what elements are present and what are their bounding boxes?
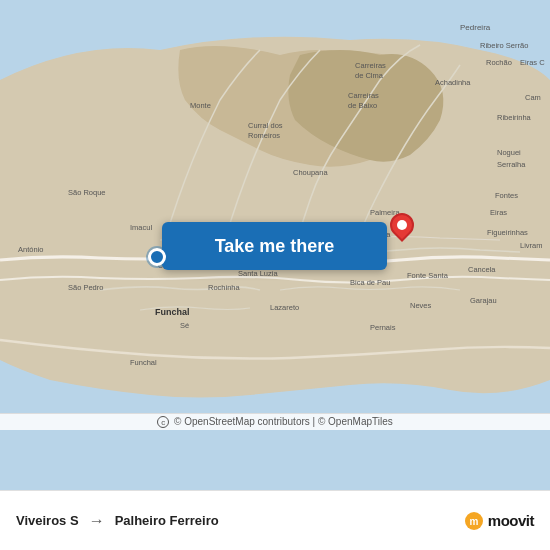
- svg-text:Romeiros: Romeiros: [248, 131, 280, 140]
- moovit-logo: m moovit: [464, 511, 534, 531]
- svg-text:m: m: [469, 516, 478, 527]
- svg-text:de Clma: de Clma: [355, 71, 384, 80]
- svg-text:Bica de Pau: Bica de Pau: [350, 278, 390, 287]
- app-container: Pedreira Ribeiro Serrão Rochão Eiras C C…: [0, 0, 550, 550]
- svg-text:Figueirinhas: Figueirinhas: [487, 228, 528, 237]
- moovit-logo-icon: m: [464, 511, 484, 531]
- svg-text:Funchal: Funchal: [155, 307, 190, 317]
- svg-text:Pernais: Pernais: [370, 323, 396, 332]
- destination-label: Palheiro Ferreiro: [115, 513, 219, 528]
- svg-text:Rochinha: Rochinha: [208, 283, 241, 292]
- svg-text:São Roque: São Roque: [68, 188, 106, 197]
- svg-text:Santa Luzia: Santa Luzia: [238, 269, 278, 278]
- svg-text:Choupana: Choupana: [293, 168, 328, 177]
- svg-text:Ribeiro Serrão: Ribeiro Serrão: [480, 41, 528, 50]
- svg-text:Carreiras: Carreiras: [355, 61, 386, 70]
- destination-marker: [390, 213, 414, 245]
- moovit-brand-text: moovit: [488, 512, 534, 529]
- svg-text:Curral dos: Curral dos: [248, 121, 283, 130]
- svg-text:São Pedro: São Pedro: [68, 283, 103, 292]
- svg-text:Garajau: Garajau: [470, 296, 497, 305]
- svg-text:Eiras C: Eiras C: [520, 58, 545, 67]
- svg-text:Serralha: Serralha: [497, 160, 526, 169]
- svg-text:Pedreira: Pedreira: [460, 23, 491, 32]
- copyright-osm-icon: c: [157, 416, 171, 427]
- svg-text:Achadinha: Achadinha: [435, 78, 471, 87]
- map-area: Pedreira Ribeiro Serrão Rochão Eiras C C…: [0, 0, 550, 490]
- svg-text:Rochão: Rochão: [486, 58, 512, 67]
- svg-text:Ribeirinha: Ribeirinha: [497, 113, 532, 122]
- svg-text:de Baixo: de Baixo: [348, 101, 377, 110]
- attribution-text: © OpenStreetMap contributors | © OpenMap…: [174, 416, 393, 427]
- svg-text:Cancela: Cancela: [468, 265, 496, 274]
- svg-text:Lazareto: Lazareto: [270, 303, 299, 312]
- svg-text:Eiras: Eiras: [490, 208, 507, 217]
- svg-text:Livram: Livram: [520, 241, 543, 250]
- svg-text:Fontes: Fontes: [495, 191, 518, 200]
- bottom-bar: Viveiros S → Palheiro Ferreiro m moovit: [0, 490, 550, 550]
- map-attribution: c © OpenStreetMap contributors | © OpenM…: [0, 413, 550, 430]
- svg-text:Sé: Sé: [180, 321, 189, 330]
- svg-text:Monte: Monte: [190, 101, 211, 110]
- origin-label: Viveiros S: [16, 513, 79, 528]
- svg-text:Imacul: Imacul: [130, 223, 152, 232]
- take-me-there-button[interactable]: Take me there: [162, 222, 387, 270]
- svg-text:Funchal: Funchal: [130, 358, 157, 367]
- svg-text:Noguei: Noguei: [497, 148, 521, 157]
- svg-text:Neves: Neves: [410, 301, 432, 310]
- route-arrow-icon: →: [89, 512, 105, 530]
- svg-text:Carreiras: Carreiras: [348, 91, 379, 100]
- svg-text:António: António: [18, 245, 43, 254]
- svg-text:Cam: Cam: [525, 93, 541, 102]
- origin-marker: [148, 248, 166, 266]
- svg-text:Fonte Santa: Fonte Santa: [407, 271, 449, 280]
